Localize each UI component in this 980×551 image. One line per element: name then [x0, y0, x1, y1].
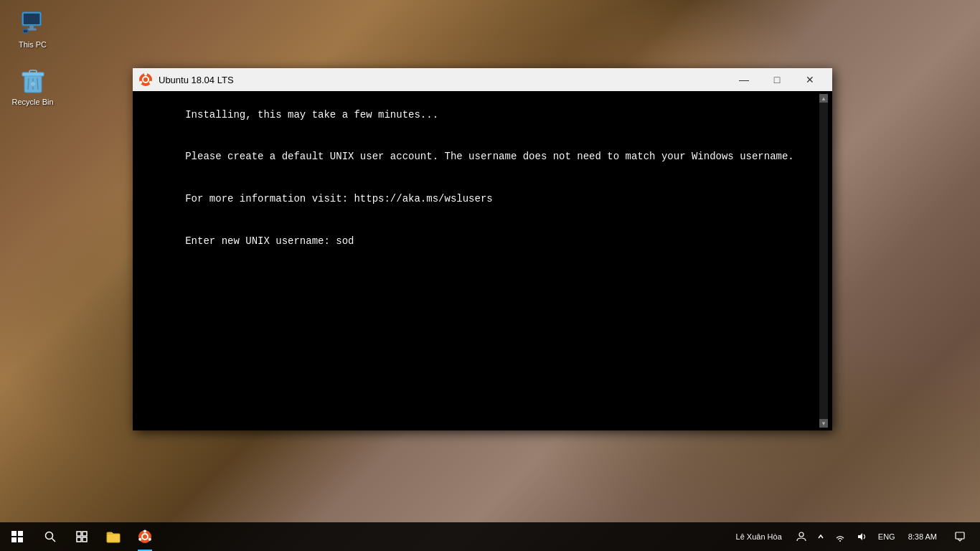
- user-icon: [796, 532, 806, 542]
- clock-display[interactable]: 8:38 AM: [903, 522, 943, 551]
- svg-point-17: [46, 532, 53, 540]
- svg-point-14: [144, 73, 147, 76]
- start-button[interactable]: [0, 522, 34, 551]
- svg-line-11: [37, 78, 38, 90]
- file-explorer-icon: [106, 530, 121, 543]
- terminal-title: Ubuntu 18.04 LTS: [159, 75, 727, 85]
- volume-icon: [857, 532, 867, 542]
- user-name-label: Lê Xuân Hòa: [733, 532, 785, 541]
- this-pc-icon-image: [19, 9, 47, 37]
- scrollbar-up-arrow[interactable]: ▲: [819, 94, 828, 103]
- this-pc-label: This PC: [19, 40, 47, 50]
- notification-button[interactable]: [946, 522, 974, 551]
- network-button[interactable]: [831, 522, 849, 551]
- desktop: This PC Recycle Bin: [0, 0, 980, 551]
- terminal-line-1: Installing, this may take a few minutes.…: [185, 109, 438, 121]
- file-explorer-taskbar-button[interactable]: [98, 522, 129, 551]
- ubuntu-taskbar-icon: [138, 529, 152, 544]
- minimize-button[interactable]: —: [727, 68, 760, 91]
- terminal-line-2: Please create a default UNIX user accoun…: [185, 151, 794, 162]
- task-view-icon: [76, 531, 88, 542]
- recycle-bin-icon-image: [19, 66, 47, 95]
- notification-icon: [955, 532, 965, 542]
- svg-point-26: [143, 530, 146, 533]
- terminal-window: Ubuntu 18.04 LTS — □ ✕ Installing, this …: [133, 68, 832, 430]
- svg-rect-21: [77, 537, 81, 542]
- ubuntu-taskbar-button[interactable]: [129, 522, 161, 551]
- svg-rect-8: [29, 70, 37, 73]
- svg-point-29: [799, 532, 804, 537]
- user-name-tray[interactable]: Lê Xuân Hòa: [729, 522, 789, 551]
- maximize-button[interactable]: □: [760, 68, 793, 91]
- language-button[interactable]: ENG: [874, 522, 900, 551]
- taskbar-tray: Lê Xuân Hòa: [729, 522, 980, 551]
- svg-rect-23: [107, 534, 120, 542]
- terminal-content: Installing, this may take a few minutes.…: [137, 94, 819, 428]
- svg-rect-5: [23, 30, 27, 33]
- language-label: ENG: [878, 532, 895, 541]
- show-hidden-icons-button[interactable]: [814, 522, 828, 551]
- svg-point-30: [839, 540, 841, 542]
- network-icon: [835, 532, 845, 542]
- task-view-button[interactable]: [66, 522, 98, 551]
- svg-point-28: [138, 538, 141, 541]
- svg-line-18: [52, 539, 56, 542]
- windows-logo-icon: [11, 531, 23, 542]
- this-pc-icon[interactable]: This PC: [6, 6, 60, 52]
- user-icon-button[interactable]: [792, 522, 811, 551]
- recycle-bin-icon[interactable]: Recycle Bin: [6, 63, 60, 110]
- chevron-up-icon: [818, 532, 824, 541]
- svg-rect-19: [77, 532, 81, 536]
- taskbar: Lê Xuân Hòa: [0, 522, 980, 551]
- svg-point-16: [139, 81, 142, 84]
- close-button[interactable]: ✕: [793, 68, 826, 91]
- terminal-line-3: For more information visit: https://aka.…: [185, 193, 492, 204]
- search-button[interactable]: [34, 522, 66, 551]
- terminal-scrollbar[interactable]: ▲ ▼: [819, 94, 828, 428]
- search-icon: [44, 531, 56, 542]
- svg-line-9: [28, 78, 29, 90]
- terminal-titlebar: Ubuntu 18.04 LTS — □ ✕: [133, 68, 832, 91]
- svg-rect-31: [956, 532, 964, 539]
- terminal-body[interactable]: Installing, this may take a few minutes.…: [133, 91, 832, 430]
- svg-rect-22: [83, 537, 87, 542]
- scrollbar-down-arrow[interactable]: ▼: [819, 419, 828, 428]
- volume-button[interactable]: [852, 522, 871, 551]
- svg-point-15: [149, 81, 152, 84]
- ubuntu-logo-icon: [138, 72, 153, 87]
- svg-rect-1: [23, 14, 39, 24]
- svg-point-27: [149, 538, 151, 541]
- terminal-line-4: Enter new UNIX username: sod: [185, 235, 354, 247]
- svg-rect-20: [83, 532, 87, 536]
- time-label: 8:38 AM: [908, 532, 937, 542]
- recycle-bin-label: Recycle Bin: [11, 98, 53, 107]
- window-controls: — □ ✕: [727, 68, 826, 91]
